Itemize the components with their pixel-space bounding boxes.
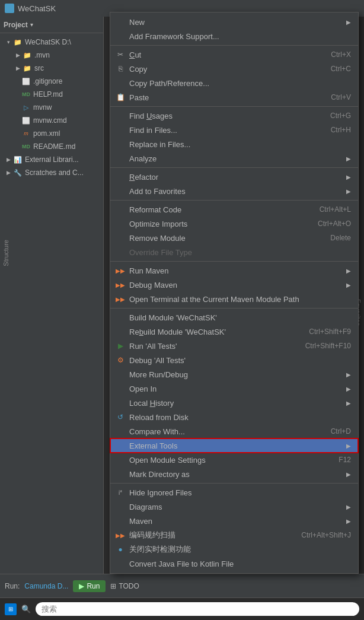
mvn-label: .mvn — [34, 51, 50, 59]
tree-item-helpmd[interactable]: MD HELP.md — [0, 88, 103, 101]
hide-icon: i* — [115, 487, 126, 498]
menu-item-mark-directory[interactable]: Mark Directory as ▶ — [110, 467, 358, 481]
menu-item-debug-tests[interactable]: ⚙ Debug 'All Tests' — [110, 353, 358, 367]
menu-label-open-terminal: Open Terminal at the Current Maven Modul… — [129, 295, 351, 304]
menu-label-paste: Paste — [129, 93, 319, 102]
tree-item-scratches[interactable]: ▶ 🔧 Scratches and C... — [0, 166, 103, 179]
menu-item-diagrams[interactable]: Diagrams ▶ — [110, 500, 358, 514]
menu-item-run-maven[interactable]: ▶▶ Run Maven ▶ — [110, 263, 358, 278]
tree-item-mvn[interactable]: ▶ 📁 .mvn — [0, 49, 103, 62]
menu-label-code-scan: 编码规约扫描 — [129, 530, 289, 540]
menu-item-maven[interactable]: Maven ▶ — [110, 514, 358, 528]
gitignore-icon: ⬜ — [21, 77, 31, 85]
tree-item-ext-libs[interactable]: ▶ 📊 External Librari... — [0, 153, 103, 166]
menu-label-find-usages: Find Usages — [129, 112, 318, 120]
menu-item-open-module-settings[interactable]: Open Module Settings F12 — [110, 453, 358, 467]
menu-item-compare[interactable]: Compare With... Ctrl+D — [110, 424, 358, 438]
menu-arrow-open-in: ▶ — [346, 386, 351, 392]
menu-item-find-usages[interactable]: Find Usages Ctrl+G — [110, 109, 358, 123]
tree-item-readme[interactable]: MD README.md — [0, 140, 103, 153]
tree-item-gitignore[interactable]: ⬜ .gitignore — [0, 75, 103, 88]
menu-label-add-framework: Add Framework Support... — [129, 32, 351, 41]
menu-item-analyze[interactable]: Analyze ▶ — [110, 151, 358, 166]
menu-arrow-local-history: ▶ — [346, 400, 351, 406]
menu-item-remove-module[interactable]: Remove Module Delete — [110, 231, 358, 245]
menu-label-hide-ignored: Hide Ignored Files — [129, 488, 351, 497]
menu-item-reload[interactable]: ↺ Reload from Disk — [110, 410, 358, 424]
menu-arrow-more-run-debug: ▶ — [346, 371, 351, 378]
copy-icon: ⎘ — [115, 63, 126, 74]
project-panel: Project ▾ ▾ 📁 WeChatSK D:\ ▶ 📁 .mvn ▶ 📁 … — [0, 17, 104, 620]
menu-item-reformat[interactable]: Reformat Code Ctrl+Alt+L — [110, 202, 358, 217]
menu-label-refactor: Refactor — [129, 173, 343, 182]
menu-label-more-run-debug: More Run/Debug — [129, 370, 343, 379]
panel-arrow: ▾ — [30, 21, 33, 28]
run-button-label: Run — [87, 582, 100, 590]
todo-button[interactable]: ⊞ TODO — [110, 582, 139, 590]
mvnw-label: mvnw — [33, 103, 52, 112]
bottom-bar: Run: Camunda D... ▶ Run ⊞ TODO — [0, 574, 364, 597]
menu-item-add-framework[interactable]: Add Framework Support... — [110, 29, 358, 43]
menu-label-convert-kotlin: Convert Java File to Kotlin File — [129, 559, 351, 568]
root-label: WeChatSK D:\ — [25, 38, 71, 46]
sep-7 — [110, 483, 358, 484]
menu-item-copy-path[interactable]: Copy Path/Reference... — [110, 76, 358, 90]
run-button[interactable]: ▶ Run — [73, 580, 106, 592]
menu-label-favorites: Add to Favorites — [129, 187, 343, 196]
menu-item-debug-maven[interactable]: ▶▶ Debug Maven ▶ — [110, 278, 358, 292]
mvnw-icon: ▷ — [21, 103, 31, 112]
menu-item-refactor[interactable]: Refactor ▶ — [110, 170, 358, 184]
reload-icon: ↺ — [115, 412, 126, 422]
menu-item-hide-ignored[interactable]: i* Hide Ignored Files — [110, 485, 358, 500]
open-terminal-icon: ▶▶ — [115, 294, 126, 304]
menu-item-more-run-debug[interactable]: More Run/Debug ▶ — [110, 367, 358, 381]
menu-item-build-module[interactable]: Build Module 'WeChatSK' — [110, 310, 358, 325]
menu-shortcut-paste: Ctrl+V — [331, 93, 351, 101]
tree-item-pomxml[interactable]: m pom.xml — [0, 127, 103, 140]
menu-item-code-scan[interactable]: ▶▶ 编码规约扫描 Ctrl+Alt+Shift+J — [110, 528, 358, 542]
src-arrow: ▶ — [14, 65, 21, 72]
paste-icon: 📋 — [115, 92, 126, 103]
menu-shortcut-code-scan: Ctrl+Alt+Shift+J — [301, 531, 351, 539]
menu-item-convert-kotlin[interactable]: Convert Java File to Kotlin File — [110, 557, 358, 571]
extlibs-icon: 📊 — [13, 155, 23, 164]
tree-item-mvnw[interactable]: ▷ mvnw — [0, 101, 103, 114]
menu-item-open-in[interactable]: Open In ▶ — [110, 381, 358, 396]
menu-item-new[interactable]: New ▶ — [110, 15, 358, 29]
menu-label-open-in: Open In — [129, 384, 343, 393]
menu-arrow-analyze: ▶ — [346, 155, 351, 162]
menu-item-run-tests[interactable]: ▶ Run 'All Tests' Ctrl+Shift+F10 — [110, 339, 358, 353]
panel-title: Project — [4, 21, 28, 29]
menu-item-cut[interactable]: ✂ Cut Ctrl+X — [110, 47, 358, 62]
menu-label-find-files: Find in Files... — [129, 126, 319, 135]
tree-root[interactable]: ▾ 📁 WeChatSK D:\ — [0, 36, 103, 49]
menu-item-optimize[interactable]: Optimize Imports Ctrl+Alt+O — [110, 217, 358, 231]
menu-item-replace[interactable]: Replace in Files... — [110, 137, 358, 151]
menu-label-run-tests: Run 'All Tests' — [129, 342, 293, 351]
debug-tests-icon: ⚙ — [115, 355, 126, 365]
menu-item-realtime-detect[interactable]: ● 关闭实时检测功能 — [110, 542, 358, 557]
structure-tab[interactable]: Structure — [0, 237, 12, 269]
menu-label-debug-tests: Debug 'All Tests' — [129, 356, 351, 365]
run-tests-icon: ▶ — [115, 341, 126, 351]
tree-item-mvnwcmd[interactable]: ⬜ mvnw.cmd — [0, 114, 103, 127]
menu-item-external-tools[interactable]: External Tools ▶ — [110, 438, 358, 453]
search-input[interactable] — [36, 602, 359, 616]
menu-item-find-files[interactable]: Find in Files... Ctrl+H — [110, 123, 358, 137]
camunda-label[interactable]: Camunda D... — [24, 582, 68, 590]
menu-label-maven: Maven — [129, 517, 343, 526]
menu-arrow-run-maven: ▶ — [346, 268, 351, 274]
menu-item-favorites[interactable]: Add to Favorites ▶ — [110, 184, 358, 198]
menu-label-open-module-settings: Open Module Settings — [129, 456, 327, 465]
menu-label-analyze: Analyze — [129, 154, 343, 163]
menu-label-remove-module: Remove Module — [129, 234, 318, 243]
menu-item-copy[interactable]: ⎘ Copy Ctrl+C — [110, 62, 358, 76]
tree-item-src[interactable]: ▶ 📁 src — [0, 62, 103, 75]
menu-label-external-tools: External Tools — [129, 441, 343, 450]
menu-shortcut-module-settings: F12 — [339, 456, 351, 464]
menu-item-paste[interactable]: 📋 Paste Ctrl+V — [110, 90, 358, 104]
menu-item-open-terminal[interactable]: ▶▶ Open Terminal at the Current Maven Mo… — [110, 292, 358, 306]
menu-item-rebuild-module[interactable]: Rebuild Module 'WeChatSK' Ctrl+Shift+F9 — [110, 325, 358, 339]
menu-item-local-history[interactable]: Local History ▶ — [110, 396, 358, 410]
menu-label-run-maven: Run Maven — [129, 266, 343, 275]
